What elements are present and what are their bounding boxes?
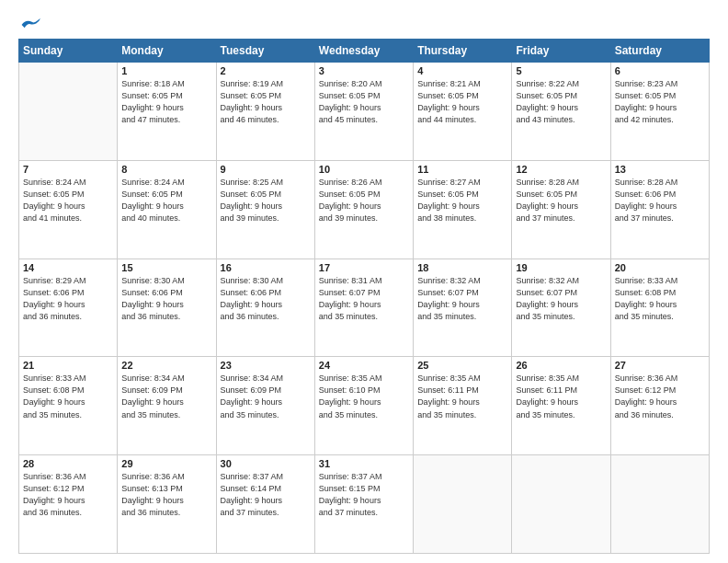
day-number: 6 (615, 65, 705, 76)
calendar-week-row: 1Sunrise: 8:18 AM Sunset: 6:05 PM Daylig… (19, 63, 710, 161)
day-info: Sunrise: 8:32 AM Sunset: 6:07 PM Dayligh… (417, 275, 507, 323)
day-number: 18 (417, 262, 507, 273)
calendar-header-wednesday: Wednesday (314, 40, 413, 63)
day-info: Sunrise: 8:22 AM Sunset: 6:05 PM Dayligh… (516, 78, 606, 126)
day-info: Sunrise: 8:19 AM Sunset: 6:05 PM Dayligh… (221, 78, 311, 126)
day-number: 28 (23, 458, 113, 469)
header (18, 17, 710, 33)
day-info: Sunrise: 8:30 AM Sunset: 6:06 PM Dayligh… (221, 275, 311, 323)
calendar-cell: 29Sunrise: 8:36 AM Sunset: 6:13 PM Dayli… (118, 455, 216, 554)
day-number: 7 (23, 164, 113, 175)
day-info: Sunrise: 8:21 AM Sunset: 6:05 PM Dayligh… (417, 78, 507, 126)
calendar-header-monday: Monday (118, 40, 216, 63)
calendar-week-row: 21Sunrise: 8:33 AM Sunset: 6:08 PM Dayli… (19, 357, 710, 455)
day-info: Sunrise: 8:36 AM Sunset: 6:13 PM Dayligh… (121, 471, 211, 519)
day-info: Sunrise: 8:35 AM Sunset: 6:11 PM Dayligh… (417, 373, 507, 420)
calendar-cell: 10Sunrise: 8:26 AM Sunset: 6:05 PM Dayli… (314, 160, 413, 259)
calendar-header-thursday: Thursday (414, 40, 512, 63)
calendar-cell: 16Sunrise: 8:30 AM Sunset: 6:06 PM Dayli… (216, 259, 314, 357)
day-info: Sunrise: 8:33 AM Sunset: 6:08 PM Dayligh… (615, 275, 705, 323)
day-number: 12 (516, 164, 606, 175)
logo (18, 17, 42, 33)
day-number: 3 (319, 65, 409, 76)
calendar-cell: 19Sunrise: 8:32 AM Sunset: 6:07 PM Dayli… (512, 259, 610, 357)
day-number: 20 (615, 262, 705, 273)
calendar-cell (414, 455, 512, 554)
day-number: 4 (417, 65, 507, 76)
calendar-cell (610, 455, 709, 554)
day-number: 21 (23, 360, 113, 371)
day-number: 11 (417, 164, 507, 175)
calendar-cell: 20Sunrise: 8:33 AM Sunset: 6:08 PM Dayli… (610, 259, 709, 357)
day-info: Sunrise: 8:18 AM Sunset: 6:05 PM Dayligh… (121, 78, 211, 126)
day-info: Sunrise: 8:37 AM Sunset: 6:14 PM Dayligh… (221, 471, 311, 519)
calendar-cell: 28Sunrise: 8:36 AM Sunset: 6:12 PM Dayli… (19, 455, 118, 554)
logo-bird-icon (20, 17, 40, 33)
calendar-cell: 4Sunrise: 8:21 AM Sunset: 6:05 PM Daylig… (414, 63, 512, 161)
day-info: Sunrise: 8:32 AM Sunset: 6:07 PM Dayligh… (516, 275, 606, 323)
day-number: 1 (121, 65, 211, 76)
day-info: Sunrise: 8:25 AM Sunset: 6:05 PM Dayligh… (221, 177, 311, 224)
day-info: Sunrise: 8:37 AM Sunset: 6:15 PM Dayligh… (319, 471, 409, 519)
calendar-cell: 3Sunrise: 8:20 AM Sunset: 6:05 PM Daylig… (314, 63, 413, 161)
day-number: 29 (121, 458, 211, 469)
calendar-cell: 21Sunrise: 8:33 AM Sunset: 6:08 PM Dayli… (19, 357, 118, 455)
day-info: Sunrise: 8:36 AM Sunset: 6:12 PM Dayligh… (615, 373, 705, 420)
day-number: 8 (121, 164, 211, 175)
calendar-header-saturday: Saturday (610, 40, 709, 63)
day-number: 23 (221, 360, 311, 371)
day-info: Sunrise: 8:31 AM Sunset: 6:07 PM Dayligh… (319, 275, 409, 323)
day-number: 9 (221, 164, 311, 175)
calendar-cell (512, 455, 610, 554)
day-info: Sunrise: 8:29 AM Sunset: 6:06 PM Dayligh… (23, 275, 113, 323)
calendar-cell: 24Sunrise: 8:35 AM Sunset: 6:10 PM Dayli… (314, 357, 413, 455)
day-number: 15 (121, 262, 211, 273)
day-info: Sunrise: 8:24 AM Sunset: 6:05 PM Dayligh… (23, 177, 113, 224)
day-info: Sunrise: 8:34 AM Sunset: 6:09 PM Dayligh… (121, 373, 211, 420)
calendar-week-row: 14Sunrise: 8:29 AM Sunset: 6:06 PM Dayli… (19, 259, 710, 357)
day-info: Sunrise: 8:33 AM Sunset: 6:08 PM Dayligh… (23, 373, 113, 420)
day-info: Sunrise: 8:24 AM Sunset: 6:05 PM Dayligh… (121, 177, 211, 224)
calendar-cell: 15Sunrise: 8:30 AM Sunset: 6:06 PM Dayli… (118, 259, 216, 357)
day-info: Sunrise: 8:34 AM Sunset: 6:09 PM Dayligh… (221, 373, 311, 420)
calendar-cell: 30Sunrise: 8:37 AM Sunset: 6:14 PM Dayli… (216, 455, 314, 554)
calendar-cell: 17Sunrise: 8:31 AM Sunset: 6:07 PM Dayli… (314, 259, 413, 357)
day-number: 26 (516, 360, 606, 371)
day-info: Sunrise: 8:36 AM Sunset: 6:12 PM Dayligh… (23, 471, 113, 519)
calendar-cell: 5Sunrise: 8:22 AM Sunset: 6:05 PM Daylig… (512, 63, 610, 161)
calendar-cell: 18Sunrise: 8:32 AM Sunset: 6:07 PM Dayli… (414, 259, 512, 357)
day-number: 2 (221, 65, 311, 76)
day-info: Sunrise: 8:26 AM Sunset: 6:05 PM Dayligh… (319, 177, 409, 224)
day-number: 30 (221, 458, 311, 469)
day-info: Sunrise: 8:35 AM Sunset: 6:11 PM Dayligh… (516, 373, 606, 420)
calendar-week-row: 7Sunrise: 8:24 AM Sunset: 6:05 PM Daylig… (19, 160, 710, 259)
calendar-cell: 6Sunrise: 8:23 AM Sunset: 6:05 PM Daylig… (610, 63, 709, 161)
calendar-cell (19, 63, 118, 161)
calendar-cell: 23Sunrise: 8:34 AM Sunset: 6:09 PM Dayli… (216, 357, 314, 455)
day-number: 17 (319, 262, 409, 273)
calendar-cell: 14Sunrise: 8:29 AM Sunset: 6:06 PM Dayli… (19, 259, 118, 357)
day-info: Sunrise: 8:35 AM Sunset: 6:10 PM Dayligh… (319, 373, 409, 420)
day-number: 25 (417, 360, 507, 371)
calendar-cell: 9Sunrise: 8:25 AM Sunset: 6:05 PM Daylig… (216, 160, 314, 259)
calendar-cell: 12Sunrise: 8:28 AM Sunset: 6:05 PM Dayli… (512, 160, 610, 259)
calendar-cell: 8Sunrise: 8:24 AM Sunset: 6:05 PM Daylig… (118, 160, 216, 259)
calendar-table: SundayMondayTuesdayWednesdayThursdayFrid… (18, 39, 710, 554)
day-number: 22 (121, 360, 211, 371)
calendar-cell: 2Sunrise: 8:19 AM Sunset: 6:05 PM Daylig… (216, 63, 314, 161)
calendar-header-row: SundayMondayTuesdayWednesdayThursdayFrid… (19, 40, 710, 63)
day-number: 5 (516, 65, 606, 76)
calendar-header-tuesday: Tuesday (216, 40, 314, 63)
calendar-cell: 11Sunrise: 8:27 AM Sunset: 6:05 PM Dayli… (414, 160, 512, 259)
calendar-cell: 7Sunrise: 8:24 AM Sunset: 6:05 PM Daylig… (19, 160, 118, 259)
day-info: Sunrise: 8:28 AM Sunset: 6:05 PM Dayligh… (516, 177, 606, 224)
calendar-cell: 13Sunrise: 8:28 AM Sunset: 6:06 PM Dayli… (610, 160, 709, 259)
day-info: Sunrise: 8:28 AM Sunset: 6:06 PM Dayligh… (615, 177, 705, 224)
day-info: Sunrise: 8:20 AM Sunset: 6:05 PM Dayligh… (319, 78, 409, 126)
day-number: 10 (319, 164, 409, 175)
day-info: Sunrise: 8:27 AM Sunset: 6:05 PM Dayligh… (417, 177, 507, 224)
day-number: 16 (221, 262, 311, 273)
calendar-cell: 1Sunrise: 8:18 AM Sunset: 6:05 PM Daylig… (118, 63, 216, 161)
calendar-cell: 31Sunrise: 8:37 AM Sunset: 6:15 PM Dayli… (314, 455, 413, 554)
day-info: Sunrise: 8:30 AM Sunset: 6:06 PM Dayligh… (121, 275, 211, 323)
